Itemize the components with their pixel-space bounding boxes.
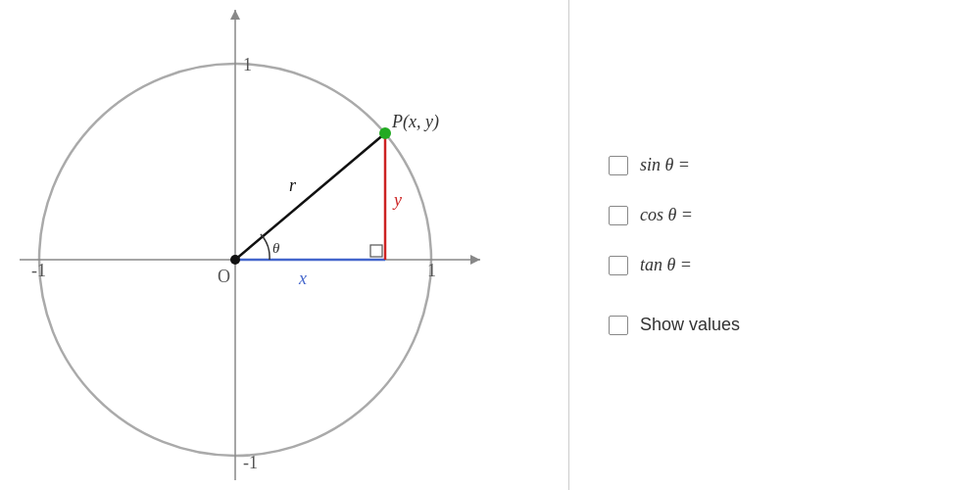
sin-checkbox[interactable] — [609, 156, 628, 175]
x-label: x — [298, 269, 307, 288]
r-label: r — [289, 175, 297, 195]
cos-checkbox[interactable] — [609, 206, 628, 225]
point-p-label: P(x, y) — [391, 112, 439, 132]
tan-row: tan θ = — [609, 255, 941, 275]
y-axis-arrow — [230, 10, 240, 20]
x-axis-arrow — [470, 255, 480, 265]
r-line — [235, 133, 385, 260]
unit-circle-panel: -1 1 1 -1 O x y r θ P(x, y) — [0, 0, 568, 490]
point-p-dot — [379, 127, 391, 139]
y-axis-pos-label: 1 — [243, 55, 252, 74]
x-axis-pos-label: 1 — [427, 261, 436, 280]
unit-circle-svg: -1 1 1 -1 O x y r θ P(x, y) — [0, 0, 568, 490]
tan-checkbox[interactable] — [609, 256, 628, 275]
trig-panel: sin θ = cos θ = tan θ = Show values — [569, 0, 980, 490]
tan-label: tan θ = — [640, 255, 692, 275]
show-values-label: Show values — [640, 315, 740, 335]
theta-label: θ — [272, 240, 280, 256]
y-label: y — [392, 190, 402, 210]
origin-label: O — [218, 267, 230, 286]
cos-label: cos θ = — [640, 205, 693, 225]
cos-row: cos θ = — [609, 205, 941, 225]
sin-label: sin θ = — [640, 155, 690, 175]
show-values-checkbox[interactable] — [609, 316, 628, 335]
origin-dot — [230, 255, 240, 265]
right-angle-marker — [370, 245, 382, 257]
x-axis-neg-label: -1 — [31, 261, 46, 280]
y-axis-neg-label: -1 — [243, 453, 258, 472]
sin-row: sin θ = — [609, 155, 941, 175]
show-values-row: Show values — [609, 315, 941, 335]
